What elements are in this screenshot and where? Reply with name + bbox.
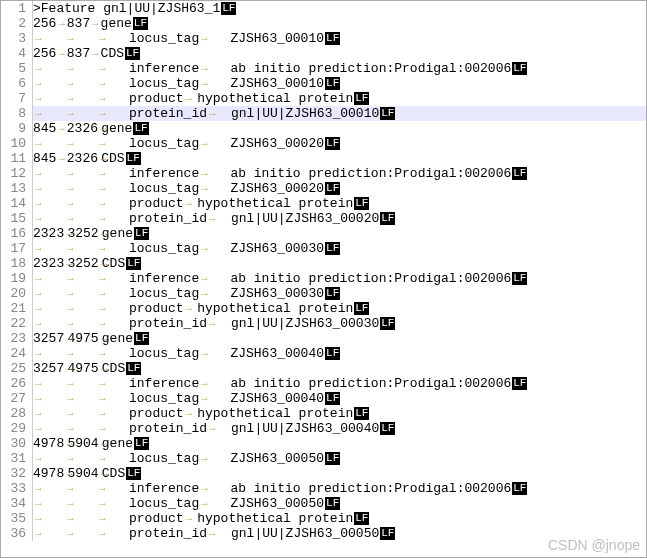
code-line[interactable]: product hypothetical proteinLF [33,301,646,316]
tab-arrow-icon [184,92,198,107]
tab-arrow-icon [199,287,230,302]
code-line[interactable]: 4978 5904 geneLF [33,436,646,451]
code-line[interactable]: 4978 5904 CDSLF [33,466,646,481]
tab-arrow-icon [97,212,129,227]
lf-marker: LF [325,392,340,405]
code-line[interactable]: locus_tag ZJSH63_00020LF [33,136,646,151]
line-number: 20 [1,286,32,301]
code-text: protein_id [129,316,207,331]
tab-arrow-icon [33,527,65,541]
code-text: 2323 [33,226,64,241]
code-text: product [129,91,184,106]
lf-marker: LF [125,47,140,60]
code-line[interactable]: 256 837 CDSLF [33,46,646,61]
tab-arrow-icon [97,197,129,212]
line-number: 25 [1,361,32,376]
code-text: ZJSH63_00020 [230,181,324,196]
code-text: protein_id [129,421,207,436]
lf-marker: LF [325,452,340,465]
code-text: product [129,511,184,526]
tab-arrow-icon [65,347,97,362]
code-text: hypothetical protein [197,406,353,421]
code-line[interactable]: locus_tag ZJSH63_00050LF [33,496,646,511]
tab-arrow-icon [33,422,65,437]
code-text: 256 [33,16,56,31]
tab-arrow-icon [33,197,65,212]
code-line[interactable]: locus_tag ZJSH63_00040LF [33,346,646,361]
line-number: 4 [1,46,32,61]
code-text: 837 [67,16,90,31]
lf-marker: LF [325,32,340,45]
lf-marker: LF [380,212,395,225]
tab-arrow-icon [99,332,102,347]
lf-marker: LF [126,257,141,270]
code-line[interactable]: >Feature gnl|UU|ZJSH63_1LF [33,1,646,16]
lf-marker: LF [325,287,340,300]
code-line[interactable]: 256 837 geneLF [33,16,646,31]
code-line[interactable]: protein_id gnl|UU|ZJSH63_00040LF [33,421,646,436]
code-line[interactable]: product hypothetical proteinLF [33,91,646,106]
line-number-gutter: 1234567891011121314151617181920212223242… [1,1,33,541]
code-text: hypothetical protein [197,91,353,106]
code-line[interactable]: 3257 4975 geneLF [33,331,646,346]
tab-arrow-icon [184,512,198,527]
tab-arrow-icon [33,377,65,392]
lf-marker: LF [380,107,395,120]
code-text: locus_tag [129,451,199,466]
lf-marker: LF [354,302,369,315]
tab-arrow-icon [64,467,67,482]
tab-arrow-icon [98,122,101,137]
tab-arrow-icon [97,527,129,541]
code-line[interactable]: protein_id gnl|UU|ZJSH63_00050LF [33,526,646,541]
code-text: hypothetical protein [197,301,353,316]
code-line[interactable]: locus_tag ZJSH63_00020LF [33,181,646,196]
code-line[interactable]: protein_id gnl|UU|ZJSH63_00030LF [33,316,646,331]
code-text: locus_tag [129,76,199,91]
tab-arrow-icon [64,257,67,272]
code-line[interactable]: product hypothetical proteinLF [33,196,646,211]
code-line[interactable]: protein_id gnl|UU|ZJSH63_00010LF [33,106,646,121]
code-line[interactable]: protein_id gnl|UU|ZJSH63_00020LF [33,211,646,226]
code-editor[interactable]: 1234567891011121314151617181920212223242… [1,1,646,541]
code-line[interactable]: locus_tag ZJSH63_00050LF [33,451,646,466]
tab-arrow-icon [184,407,198,422]
code-line[interactable]: 845 2326 geneLF [33,121,646,136]
line-number: 32 [1,466,32,481]
tab-arrow-icon [99,437,102,452]
code-text: ab initio prediction:Prodigal:002006 [230,376,511,391]
tab-arrow-icon [56,47,66,62]
code-line[interactable]: product hypothetical proteinLF [33,406,646,421]
tab-arrow-icon [184,302,198,317]
lf-marker: LF [134,332,149,345]
lf-marker: LF [126,467,141,480]
code-line[interactable]: 845 2326 CDSLF [33,151,646,166]
code-line[interactable]: inference ab initio prediction:Prodigal:… [33,271,646,286]
code-text: 3257 [33,331,64,346]
lf-marker: LF [512,482,527,495]
code-line[interactable]: inference ab initio prediction:Prodigal:… [33,481,646,496]
code-line[interactable]: 2323 3252 geneLF [33,226,646,241]
tab-arrow-icon [97,302,129,317]
code-line[interactable]: locus_tag ZJSH63_00040LF [33,391,646,406]
code-text: 4978 [33,466,64,481]
code-line[interactable]: inference ab initio prediction:Prodigal:… [33,166,646,181]
code-line[interactable]: inference ab initio prediction:Prodigal:… [33,61,646,76]
code-line[interactable]: 2323 3252 CDSLF [33,256,646,271]
code-line[interactable]: 3257 4975 CDSLF [33,361,646,376]
code-content[interactable]: >Feature gnl|UU|ZJSH63_1LF256 837 geneLF… [33,1,646,541]
code-line[interactable]: product hypothetical proteinLF [33,511,646,526]
code-line[interactable]: locus_tag ZJSH63_00010LF [33,76,646,91]
code-line[interactable]: locus_tag ZJSH63_00030LF [33,286,646,301]
code-line[interactable]: locus_tag ZJSH63_00030LF [33,241,646,256]
tab-arrow-icon [199,392,230,407]
tab-arrow-icon [64,332,67,347]
code-text: locus_tag [129,286,199,301]
tab-arrow-icon [97,392,129,407]
code-text: protein_id [129,211,207,226]
code-text: 256 [33,46,56,61]
lf-marker: LF [354,197,369,210]
code-line[interactable]: locus_tag ZJSH63_00010LF [33,31,646,46]
code-line[interactable]: inference ab initio prediction:Prodigal:… [33,376,646,391]
tab-arrow-icon [65,317,97,332]
lf-marker: LF [354,407,369,420]
